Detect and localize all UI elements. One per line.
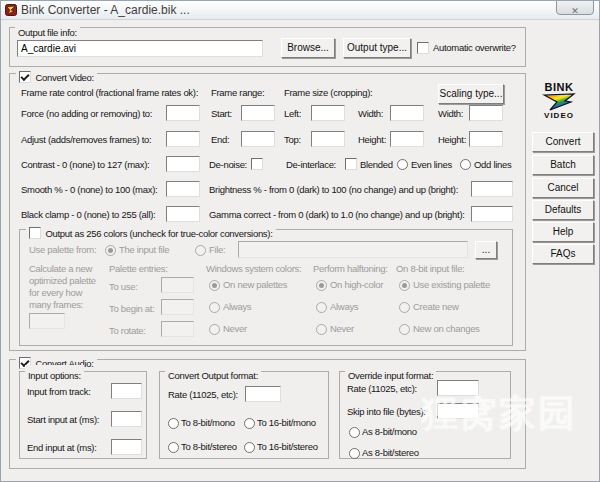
- as-8bit-mono-label: As 8-bit/mono: [362, 426, 417, 437]
- halftoning-high-color-label: On high-color: [330, 279, 383, 290]
- gamma-input[interactable]: [471, 206, 513, 222]
- auto-overwrite-checkbox[interactable]: [417, 42, 429, 54]
- as-8bit-stereo-radio[interactable]: [349, 448, 360, 459]
- to-16bit-stereo-label: To 16-bit/stereo: [257, 441, 318, 452]
- as-8bit-stereo-label: As 8-bit/stereo: [362, 447, 419, 458]
- faqs-button[interactable]: FAQs: [532, 244, 594, 264]
- halftoning-high-color-radio[interactable]: [316, 280, 327, 291]
- bit8-create-new-label: Create new: [413, 301, 459, 312]
- input-track-input[interactable]: [111, 383, 142, 399]
- palette-file-input[interactable]: [238, 241, 468, 258]
- scaling-type-button[interactable]: Scaling type...: [438, 84, 504, 104]
- crop-left-input[interactable]: [311, 105, 345, 121]
- auto-overwrite-label: Automatic overwrite?: [433, 42, 516, 53]
- denoise-checkbox[interactable]: [251, 158, 263, 170]
- audio-output-format-legend: Convert Output format:: [168, 370, 258, 381]
- crop-height-label: Height:: [358, 134, 386, 145]
- windows-colors-always-radio[interactable]: [209, 302, 220, 313]
- to-rotate-input[interactable]: [161, 321, 194, 337]
- palette-file-label: File:: [209, 244, 225, 255]
- end-input-label: End input at (ms):: [27, 442, 97, 453]
- even-lines-label: Even lines: [411, 159, 452, 170]
- bink-logo-text: BINK: [537, 81, 581, 93]
- scale-width-input[interactable]: [469, 105, 503, 121]
- close-icon: ✕: [571, 6, 579, 16]
- help-button[interactable]: Help: [532, 222, 594, 242]
- smooth-input[interactable]: [166, 181, 200, 197]
- defaults-button[interactable]: Defaults: [532, 200, 594, 220]
- halftoning-always-radio[interactable]: [316, 302, 327, 313]
- gamma-label: Gamma correct - from 0 (dark) to 1.0 (no…: [209, 209, 465, 220]
- frame-end-input[interactable]: [241, 131, 275, 147]
- calc-palette-line4: many frames:: [29, 299, 83, 310]
- bit8-existing-palette-radio[interactable]: [399, 280, 410, 291]
- audio-rate-input[interactable]: [245, 386, 281, 402]
- output-type-button[interactable]: Output type...: [343, 38, 411, 58]
- denoise-label: De-noise:: [209, 159, 247, 170]
- crop-height-input[interactable]: [390, 131, 424, 147]
- to-8bit-stereo-radio[interactable]: [168, 442, 179, 453]
- black-clamp-label: Black clamp - 0 (none) to 255 (all):: [21, 209, 155, 220]
- to-16bit-mono-radio[interactable]: [244, 418, 255, 429]
- palette-input-file-radio[interactable]: [105, 245, 116, 256]
- calc-palette-line1: Calculate a new: [29, 263, 92, 274]
- bit8-new-on-changes-label: New on changes: [413, 323, 480, 334]
- output-256-checkbox[interactable]: [29, 227, 41, 239]
- windows-colors-new-palettes-radio[interactable]: [209, 280, 220, 291]
- odd-lines-label: Odd lines: [474, 159, 511, 170]
- adjust-input[interactable]: [166, 131, 200, 147]
- windows-colors-always-label: Always: [223, 301, 251, 312]
- calc-palette-line3: for every how: [29, 287, 82, 298]
- bit8-new-on-changes-radio[interactable]: [399, 324, 410, 335]
- frame-range-heading: Frame range:: [211, 87, 264, 98]
- force-input[interactable]: [166, 105, 200, 121]
- to-8bit-mono-radio[interactable]: [168, 418, 179, 429]
- as-8bit-mono-radio[interactable]: [349, 427, 360, 438]
- even-lines-radio[interactable]: [397, 159, 408, 170]
- to-16bit-mono-label: To 16-bit/mono: [257, 417, 316, 428]
- halftoning-never-label: Never: [330, 323, 354, 334]
- audio-input-options-legend: Input options:: [28, 370, 81, 381]
- bit8-existing-palette-label: Use existing palette: [413, 279, 490, 290]
- convert-button[interactable]: Convert: [532, 132, 594, 152]
- close-button[interactable]: ✕: [556, 0, 594, 15]
- odd-lines-radio[interactable]: [460, 159, 471, 170]
- calc-palette-frames-input[interactable]: [29, 313, 65, 329]
- windows-colors-never-radio[interactable]: [209, 324, 220, 335]
- palette-entries-heading: Palette entries:: [109, 263, 168, 274]
- crop-width-input[interactable]: [390, 105, 424, 121]
- windows-colors-new-palettes-label: On new palettes: [223, 279, 287, 290]
- scale-height-input[interactable]: [469, 131, 503, 147]
- palette-file-radio[interactable]: [195, 245, 206, 256]
- input-track-label: Input from track:: [27, 386, 91, 397]
- cancel-button[interactable]: Cancel: [532, 178, 594, 198]
- deinterlace-checkbox[interactable]: [345, 158, 357, 170]
- brightness-input[interactable]: [471, 181, 513, 197]
- black-clamp-input[interactable]: [166, 206, 200, 222]
- output-256-label: Output as 256 colors (uncheck for true-c…: [45, 228, 272, 239]
- convert-video-checkbox[interactable]: [19, 71, 31, 83]
- frame-start-input[interactable]: [241, 105, 275, 121]
- end-input-ms-input[interactable]: [111, 439, 142, 455]
- to-use-input[interactable]: [161, 277, 194, 293]
- start-input-ms-input[interactable]: [111, 411, 142, 427]
- end-label: End:: [211, 134, 229, 145]
- browse-button[interactable]: Browse...: [281, 38, 335, 58]
- output-filename-input[interactable]: [17, 40, 263, 57]
- palette-input-file-label: The input file: [119, 244, 169, 255]
- to-rotate-label: To rotate:: [109, 325, 146, 336]
- batch-button[interactable]: Batch: [532, 155, 594, 175]
- calc-palette-line2: optimized palette: [29, 275, 96, 286]
- convert-video-label: Convert Video:: [35, 72, 93, 83]
- contrast-input[interactable]: [166, 156, 200, 172]
- palette-file-browse-button[interactable]: ...: [475, 241, 497, 259]
- to-begin-input[interactable]: [161, 299, 194, 315]
- title-bar[interactable]: Bink Converter - A_cardie.bik ... ✕: [1, 1, 599, 20]
- halftoning-never-radio[interactable]: [316, 324, 327, 335]
- app-icon: [5, 4, 17, 16]
- bit8-create-new-radio[interactable]: [399, 302, 410, 313]
- crop-top-input[interactable]: [311, 131, 345, 147]
- to-16bit-stereo-radio[interactable]: [244, 442, 255, 453]
- override-rate-input[interactable]: [437, 380, 479, 396]
- skip-into-file-input[interactable]: [437, 403, 479, 419]
